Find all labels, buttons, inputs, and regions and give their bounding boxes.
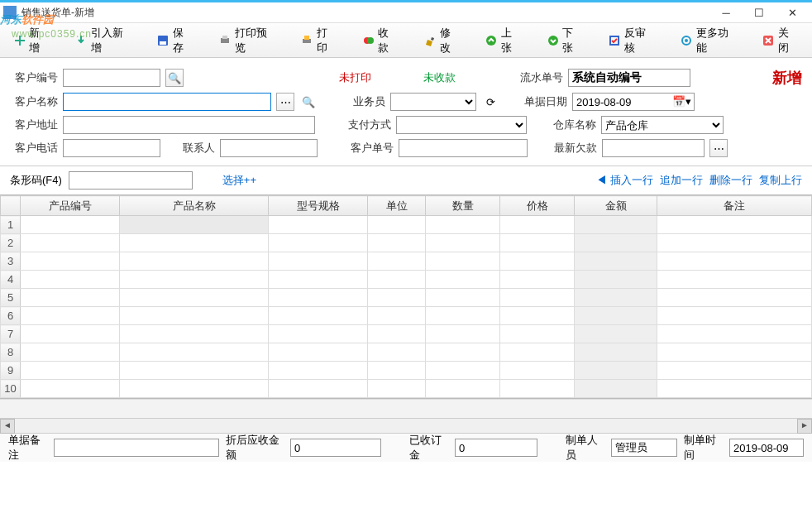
col-unit[interactable]: 单位 xyxy=(368,196,426,216)
grid-cell[interactable] xyxy=(575,362,657,380)
grid-cell[interactable] xyxy=(575,271,657,289)
grid-cell[interactable] xyxy=(269,271,368,289)
cust-no-input[interactable] xyxy=(63,69,160,87)
grid-cell[interactable] xyxy=(657,234,812,252)
table-row[interactable]: 4 xyxy=(1,271,812,289)
insert-row-link[interactable]: ◀ 插入一行 xyxy=(596,173,653,188)
grid-cell[interactable] xyxy=(426,325,500,343)
remark-input[interactable] xyxy=(54,439,219,457)
scroll-right-button[interactable]: ► xyxy=(797,419,812,434)
print-button[interactable]: 打印 xyxy=(296,22,342,59)
grid-cell[interactable] xyxy=(426,380,500,398)
grid-cell[interactable] xyxy=(368,343,426,362)
grid-cell[interactable] xyxy=(657,362,812,380)
minimize-button[interactable]: ─ xyxy=(709,2,743,22)
grid-cell[interactable] xyxy=(120,216,269,234)
close-button[interactable]: 关闭 xyxy=(757,22,804,59)
grid-cell[interactable] xyxy=(269,307,368,325)
grid-cell[interactable] xyxy=(500,252,575,271)
lastdebt-more-button[interactable]: ⋯ xyxy=(709,139,728,157)
grid-cell[interactable] xyxy=(500,362,575,380)
warehouse-select[interactable]: 产品仓库 xyxy=(601,116,724,134)
sales-select[interactable] xyxy=(390,93,476,111)
grid-cell[interactable] xyxy=(269,325,368,343)
grid-cell[interactable] xyxy=(368,271,426,289)
maker-input[interactable] xyxy=(611,439,677,457)
grid-cell[interactable] xyxy=(120,271,269,289)
prev-button[interactable]: 上张 xyxy=(480,22,527,59)
pay-select[interactable] xyxy=(396,116,527,134)
col-amount[interactable]: 金额 xyxy=(575,196,657,216)
table-row[interactable]: 7 xyxy=(1,325,812,343)
grid-cell[interactable] xyxy=(575,252,657,271)
grid-cell[interactable] xyxy=(269,252,368,271)
close-window-button[interactable]: ✕ xyxy=(776,2,809,22)
grid-cell[interactable] xyxy=(500,343,575,362)
grid-cell[interactable] xyxy=(657,325,812,343)
save-button[interactable]: 保存 xyxy=(152,22,198,59)
table-row[interactable]: 5 xyxy=(1,289,812,307)
table-row[interactable]: 3 xyxy=(1,252,812,271)
maximize-button[interactable]: ☐ xyxy=(743,2,776,22)
grid-cell[interactable] xyxy=(21,252,120,271)
append-row-link[interactable]: 追加一行 xyxy=(660,173,703,188)
col-spec[interactable]: 型号规格 xyxy=(269,196,368,216)
col-product-name[interactable]: 产品名称 xyxy=(120,196,269,216)
col-product-no[interactable]: 产品编号 xyxy=(21,196,120,216)
grid-cell[interactable] xyxy=(657,380,812,398)
grid-cell[interactable] xyxy=(500,216,575,234)
grid-cell[interactable] xyxy=(575,234,657,252)
grid-cell[interactable] xyxy=(368,216,426,234)
grid-cell[interactable] xyxy=(21,289,120,307)
grid-cell[interactable] xyxy=(120,307,269,325)
print-preview-button[interactable]: 打印预览 xyxy=(213,22,280,59)
grid-cell[interactable] xyxy=(426,216,500,234)
import-new-button[interactable]: 引入新增 xyxy=(69,22,136,59)
grid-cell[interactable] xyxy=(21,216,120,234)
grid-cell[interactable] xyxy=(21,362,120,380)
lastdebt-input[interactable] xyxy=(602,139,705,157)
table-row[interactable]: 6 xyxy=(1,307,812,325)
grid-cell[interactable] xyxy=(657,307,812,325)
serial-input[interactable] xyxy=(568,69,690,87)
copy-row-link[interactable]: 复制上行 xyxy=(759,173,802,188)
grid-cell[interactable] xyxy=(575,325,657,343)
grid-cell[interactable] xyxy=(426,271,500,289)
grid-cell[interactable] xyxy=(368,234,426,252)
contact-input[interactable] xyxy=(220,139,318,157)
grid-cell[interactable] xyxy=(575,216,657,234)
grid-cell[interactable] xyxy=(657,289,812,307)
table-row[interactable]: 10 xyxy=(1,380,812,398)
col-qty[interactable]: 数量 xyxy=(426,196,500,216)
table-row[interactable]: 2 xyxy=(1,234,812,252)
grid-cell[interactable] xyxy=(269,380,368,398)
grid-cell[interactable] xyxy=(657,343,812,362)
table-row[interactable]: 8 xyxy=(1,343,812,362)
grid-cell[interactable] xyxy=(21,380,120,398)
grid-cell[interactable] xyxy=(368,380,426,398)
grid-cell[interactable] xyxy=(120,289,269,307)
cust-name-input[interactable] xyxy=(63,93,271,111)
grid-cell[interactable] xyxy=(426,362,500,380)
grid-cell[interactable] xyxy=(575,343,657,362)
modify-button[interactable]: 修改 xyxy=(418,22,465,59)
grid-cell[interactable] xyxy=(120,362,269,380)
horizontal-scrollbar[interactable]: ◄ ► xyxy=(0,419,812,434)
grid-cell[interactable] xyxy=(575,380,657,398)
grid-cell[interactable] xyxy=(269,343,368,362)
grid-cell[interactable] xyxy=(269,362,368,380)
grid-cell[interactable] xyxy=(120,325,269,343)
grid-cell[interactable] xyxy=(426,307,500,325)
sales-refresh-button[interactable]: ⟳ xyxy=(481,93,499,111)
next-button[interactable]: 下张 xyxy=(542,22,588,59)
calendar-icon[interactable]: 📅▾ xyxy=(672,95,691,108)
select-link[interactable]: 选择++ xyxy=(222,173,256,188)
grid-cell[interactable] xyxy=(269,216,368,234)
cust-name-search-button[interactable]: 🔍 xyxy=(299,93,318,111)
grid-cell[interactable] xyxy=(426,234,500,252)
grid-cell[interactable] xyxy=(500,289,575,307)
grid-cell[interactable] xyxy=(657,271,812,289)
grid-cell[interactable] xyxy=(368,307,426,325)
grid-cell[interactable] xyxy=(21,343,120,362)
custorder-input[interactable] xyxy=(399,139,528,157)
